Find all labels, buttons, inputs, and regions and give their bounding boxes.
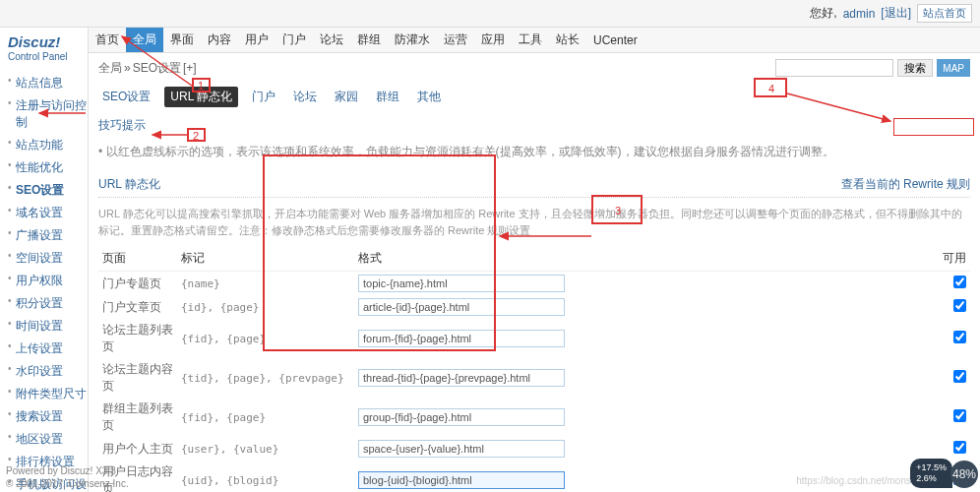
section-desc: URL 静态化可以提高搜索引擎抓取，开启本功能需要对 Web 服务器增加相应的 … bbox=[98, 202, 970, 246]
search-input[interactable] bbox=[775, 59, 893, 77]
nav-tab-12[interactable]: 站长 bbox=[549, 28, 586, 52]
tips-body: • 以红色虚线标示的选项，表示该选项和系统效率，负载能力与资源消耗有关(提高效率… bbox=[98, 140, 970, 172]
avail-checkbox[interactable] bbox=[953, 370, 966, 383]
cell-tag: {uid}, {blogid} bbox=[177, 461, 354, 492]
avail-checkbox[interactable] bbox=[953, 441, 966, 454]
cell-page: 群组主题列表页 bbox=[98, 398, 177, 437]
table-row: 门户专题页{name} bbox=[98, 272, 970, 296]
table-row: 论坛主题内容页{tid}, {page}, {prevpage} bbox=[98, 358, 970, 398]
avail-checkbox[interactable] bbox=[953, 276, 966, 288]
sub-tab-1[interactable]: URL 静态化 bbox=[164, 87, 238, 107]
sidebar-item-6[interactable]: 广播设置 bbox=[8, 224, 88, 247]
avail-checkbox[interactable] bbox=[953, 331, 966, 343]
format-input[interactable] bbox=[358, 330, 565, 347]
speed-percent: 48% bbox=[950, 461, 978, 488]
breadcrumb-part-0: 全局 bbox=[98, 61, 122, 75]
sidebar-item-13[interactable]: 附件类型尺寸 bbox=[8, 383, 88, 405]
avail-checkbox[interactable] bbox=[953, 299, 966, 312]
cell-tag: {fid}, {page} bbox=[177, 319, 354, 358]
sub-tab-2[interactable]: 门户 bbox=[248, 87, 279, 107]
format-input[interactable] bbox=[358, 440, 565, 458]
cell-page: 论坛主题列表页 bbox=[98, 319, 177, 358]
th-avail: 可用 bbox=[931, 246, 970, 272]
format-input[interactable] bbox=[358, 369, 565, 387]
sub-tab-4[interactable]: 家园 bbox=[331, 87, 362, 107]
th-fmt: 格式 bbox=[354, 246, 931, 272]
format-input[interactable] bbox=[358, 471, 565, 489]
sidebar-item-15[interactable]: 地区设置 bbox=[8, 428, 88, 451]
nav-tab-3[interactable]: 内容 bbox=[201, 28, 238, 52]
greeting: 您好, bbox=[810, 5, 836, 22]
sidebar-item-3[interactable]: 性能优化 bbox=[8, 156, 88, 179]
cell-tag: {name} bbox=[177, 272, 354, 296]
breadcrumb-part-1: » bbox=[124, 61, 131, 75]
cell-tag: {id}, {page} bbox=[177, 295, 354, 319]
search-button[interactable]: 搜索 bbox=[897, 59, 933, 77]
nav-tabs: 首页全局界面内容用户门户论坛群组防灌水运营应用工具站长UCenter bbox=[89, 28, 980, 53]
sidebar-item-10[interactable]: 时间设置 bbox=[8, 315, 88, 338]
view-rewrite-link[interactable]: 查看当前的 Rewrite 规则 bbox=[841, 176, 970, 193]
logout-link[interactable]: [退出] bbox=[881, 5, 911, 22]
nav-tab-9[interactable]: 运营 bbox=[437, 28, 474, 52]
rules-table: 页面 标记 格式 可用 门户专题页{name}门户文章页{id}, {page}… bbox=[98, 246, 970, 492]
sidebar-item-2[interactable]: 站点功能 bbox=[8, 134, 88, 156]
nav-tab-1[interactable]: 全局 bbox=[126, 28, 163, 52]
sub-tabs: SEO设置URL 静态化门户论坛家园群组其他 bbox=[89, 83, 980, 111]
speed-bubble: +17.5%2.6% bbox=[910, 459, 952, 488]
sub-tab-6[interactable]: 其他 bbox=[413, 87, 445, 107]
sidebar-item-7[interactable]: 空间设置 bbox=[8, 247, 88, 270]
nav-tab-7[interactable]: 群组 bbox=[350, 28, 388, 52]
nav-tab-2[interactable]: 界面 bbox=[163, 28, 201, 52]
sidebar-item-8[interactable]: 用户权限 bbox=[8, 270, 88, 292]
nav-tab-5[interactable]: 门户 bbox=[276, 28, 313, 52]
format-input[interactable] bbox=[358, 408, 565, 426]
section-title: URL 静态化 bbox=[98, 176, 160, 193]
sidebar-item-1[interactable]: 注册与访问控制 bbox=[8, 94, 88, 134]
cell-tag: {fid}, {page} bbox=[177, 398, 354, 437]
site-home-button[interactable]: 站点首页 bbox=[917, 4, 972, 23]
tips-title: 技巧提示 bbox=[98, 111, 970, 140]
sub-tab-5[interactable]: 群组 bbox=[372, 87, 403, 107]
format-input[interactable] bbox=[358, 275, 565, 292]
map-button[interactable]: MAP bbox=[937, 59, 970, 77]
cell-page: 门户文章页 bbox=[98, 295, 177, 319]
sidebar-item-11[interactable]: 上传设置 bbox=[8, 338, 88, 360]
sidebar-item-9[interactable]: 积分设置 bbox=[8, 292, 88, 315]
user-link[interactable]: admin bbox=[843, 7, 876, 21]
breadcrumb-part-3[interactable]: [+] bbox=[183, 61, 197, 75]
sidebar-item-4[interactable]: SEO设置 bbox=[8, 179, 88, 202]
cell-page: 门户专题页 bbox=[98, 272, 177, 296]
table-row: 门户文章页{id}, {page} bbox=[98, 295, 970, 319]
cell-page: 论坛主题内容页 bbox=[98, 358, 177, 398]
nav-tab-10[interactable]: 应用 bbox=[474, 28, 512, 52]
cell-page: 用户个人主页 bbox=[98, 437, 177, 461]
logo: Discuz! bbox=[8, 33, 88, 50]
cell-tag: {user}, {value} bbox=[177, 437, 354, 461]
nav-tab-6[interactable]: 论坛 bbox=[313, 28, 350, 52]
nav-tab-0[interactable]: 首页 bbox=[89, 28, 126, 52]
sub-tab-3[interactable]: 论坛 bbox=[289, 87, 321, 107]
avail-checkbox[interactable] bbox=[953, 409, 966, 422]
nav-tab-4[interactable]: 用户 bbox=[238, 28, 276, 52]
table-row: 用户个人主页{user}, {value} bbox=[98, 437, 970, 461]
sidebar: Discuz! Control Panel 站点信息注册与访问控制站点功能性能优… bbox=[0, 28, 89, 492]
breadcrumb-bar: 全局»SEO设置[+] 搜索 MAP bbox=[89, 53, 980, 83]
table-row: 群组主题列表页{fid}, {page} bbox=[98, 398, 970, 437]
breadcrumb-part-2: SEO设置 bbox=[133, 61, 181, 75]
content-area: 技巧提示 • 以红色虚线标示的选项，表示该选项和系统效率，负载能力与资源消耗有关… bbox=[89, 111, 980, 492]
nav-tab-8[interactable]: 防灌水 bbox=[388, 28, 437, 52]
sub-tab-0[interactable]: SEO设置 bbox=[98, 87, 154, 107]
sidebar-item-14[interactable]: 搜索设置 bbox=[8, 405, 88, 428]
th-tag: 标记 bbox=[177, 246, 354, 272]
logo-subtitle: Control Panel bbox=[8, 51, 88, 62]
sidebar-item-5[interactable]: 域名设置 bbox=[8, 202, 88, 224]
nav-tab-13[interactable]: UCenter bbox=[586, 28, 644, 52]
sidebar-item-0[interactable]: 站点信息 bbox=[8, 72, 88, 94]
table-row: 论坛主题列表页{fid}, {page} bbox=[98, 319, 970, 358]
th-page: 页面 bbox=[98, 246, 177, 272]
sidebar-item-12[interactable]: 水印设置 bbox=[8, 360, 88, 383]
top-bar: 您好, admin [退出] 站点首页 bbox=[0, 0, 980, 28]
format-input[interactable] bbox=[358, 298, 565, 316]
footer: Powered by Discuz! X3.3 © 2001-2017, Com… bbox=[6, 464, 129, 490]
nav-tab-11[interactable]: 工具 bbox=[512, 28, 549, 52]
